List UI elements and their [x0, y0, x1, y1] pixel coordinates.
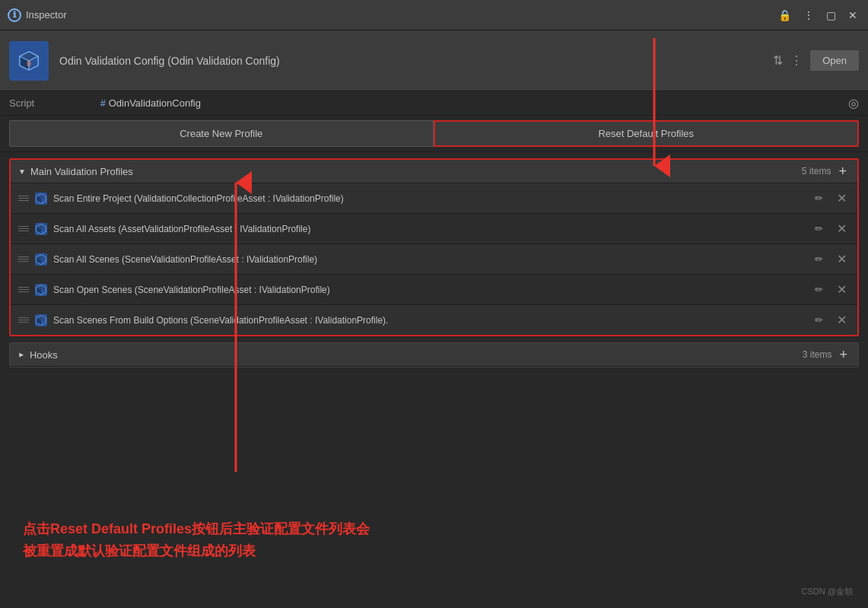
title-bar: ℹ Inspector 🔒 ⋮ ▢ ✕	[0, 0, 868, 30]
drag-handle[interactable]	[18, 226, 29, 231]
item-icon	[35, 223, 47, 235]
item-icon	[35, 314, 47, 326]
section-title: Main Validation Profiles	[30, 166, 797, 177]
script-target[interactable]: ◎	[848, 96, 859, 110]
delete-button[interactable]: ✕	[834, 311, 850, 329]
edit-button[interactable]: ✏	[812, 252, 826, 266]
delete-button[interactable]: ✕	[834, 220, 850, 237]
list-item: Scan All Scenes (SceneValidationProfileA…	[11, 244, 857, 275]
edit-button[interactable]: ✏	[812, 221, 826, 236]
script-label: Script	[9, 97, 100, 109]
target-icon[interactable]: ◎	[848, 97, 859, 110]
list-item: Scan Entire Project (ValidationCollectio…	[11, 183, 857, 214]
buttons-row: Create New Profile Reset Default Profile…	[0, 116, 868, 152]
title-bar-controls: 🔒 ⋮ ▢ ✕	[775, 8, 860, 23]
script-name: OdinValidationConfig	[109, 97, 201, 109]
reset-default-profiles-button[interactable]: Reset Default Profiles	[434, 120, 860, 147]
cube-svg-icon: {}	[17, 49, 40, 72]
svg-text:{}: {}	[27, 59, 31, 66]
script-row: Script # OdinValidationConfig ◎	[0, 91, 868, 116]
asset-header-right: ⇅ ⋮ Open	[773, 50, 859, 71]
hooks-collapse-icon[interactable]: ▼	[17, 351, 25, 358]
item-text: Scan All Scenes (SceneValidationProfileA…	[53, 254, 806, 265]
asset-header: {} Odin Validation Config (Odin Validati…	[0, 30, 868, 91]
item-icon	[35, 284, 47, 296]
add-profile-button[interactable]: +	[835, 164, 850, 178]
hooks-title: Hooks	[30, 349, 798, 361]
section-count: 5 items	[802, 166, 831, 177]
drag-handle[interactable]	[18, 317, 29, 323]
main-validation-profiles-section: ▼ Main Validation Profiles 5 items + Sca…	[9, 158, 859, 336]
edit-button[interactable]: ✏	[812, 282, 826, 297]
hooks-count: 3 items	[803, 349, 832, 360]
close-icon[interactable]: ✕	[845, 8, 860, 23]
create-new-profile-button[interactable]: Create New Profile	[9, 120, 434, 147]
more-icon[interactable]: ⋮	[800, 8, 817, 23]
maximize-icon[interactable]: ▢	[823, 8, 839, 23]
drag-handle[interactable]	[18, 287, 29, 292]
window-title: Inspector	[26, 9, 66, 21]
hooks-section-header: ▼ Hooks 3 items +	[10, 343, 858, 367]
settings-icon[interactable]: ⇅	[773, 53, 783, 68]
drag-handle[interactable]	[18, 256, 29, 262]
info-icon: ℹ	[8, 8, 21, 22]
main-content: ▼ Main Validation Profiles 5 items + Sca…	[0, 152, 868, 608]
edit-button[interactable]: ✏	[812, 313, 826, 327]
open-button[interactable]: Open	[810, 50, 859, 71]
hash-icon: #	[100, 98, 106, 109]
drag-handle[interactable]	[18, 196, 29, 201]
list-item: Scan All Assets (AssetValidationProfileA…	[11, 214, 857, 244]
delete-button[interactable]: ✕	[834, 250, 850, 268]
delete-button[interactable]: ✕	[834, 281, 850, 298]
list-item: Scan Scenes From Build Options (SceneVal…	[11, 305, 857, 335]
item-text: Scan All Assets (AssetValidationProfileA…	[53, 224, 806, 234]
section-header: ▼ Main Validation Profiles 5 items +	[11, 160, 857, 183]
lock-icon[interactable]: 🔒	[775, 8, 794, 23]
title-bar-left: ℹ Inspector	[8, 8, 775, 22]
list-item: Scan Open Scenes (SceneValidationProfile…	[11, 275, 857, 305]
delete-button[interactable]: ✕	[834, 189, 850, 207]
add-hook-button[interactable]: +	[836, 348, 851, 361]
asset-name: Odin Validation Config (Odin Validation …	[59, 55, 762, 67]
item-text: Scan Entire Project (ValidationCollectio…	[53, 193, 806, 204]
inspector-window: ℹ Inspector 🔒 ⋮ ▢ ✕ {} Odin Validation C…	[0, 0, 868, 608]
script-value: # OdinValidationConfig	[100, 97, 201, 109]
more-options-icon[interactable]: ⋮	[790, 53, 803, 68]
edit-button[interactable]: ✏	[812, 191, 826, 205]
item-text: Scan Open Scenes (SceneValidationProfile…	[53, 285, 806, 295]
hooks-section: ▼ Hooks 3 items +	[9, 342, 859, 368]
collapse-arrow-icon[interactable]: ▼	[18, 167, 26, 176]
item-icon	[35, 253, 47, 266]
asset-icon: {}	[9, 41, 49, 81]
item-icon	[35, 193, 47, 205]
item-text: Scan Scenes From Build Options (SceneVal…	[53, 315, 806, 326]
